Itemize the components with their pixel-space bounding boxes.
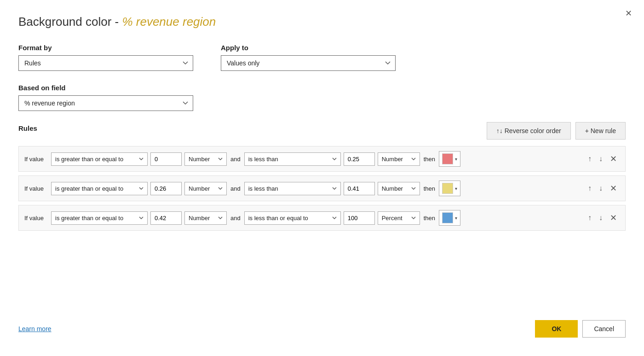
rule-actions-row1: ↑ ↓ ✕ xyxy=(585,153,620,165)
new-rule-button[interactable]: + New rule xyxy=(575,122,626,140)
color-swatch-row1 xyxy=(442,153,453,164)
color-swatch-row2 xyxy=(442,183,453,194)
if-value-label: If value xyxy=(24,156,48,163)
rules-container: If value is greater than or equal to is … xyxy=(18,146,626,306)
value2-input-row2[interactable] xyxy=(344,182,375,195)
delete-button-row3[interactable]: ✕ xyxy=(607,212,620,224)
type1-select-row1[interactable]: Number Percent Percentile xyxy=(184,152,227,166)
condition2-select-row2[interactable]: is less than is less than or equal to is… xyxy=(244,182,341,195)
format-by-select[interactable]: Rules Color scale Field value xyxy=(18,55,193,71)
based-on-field-group: Based on field % revenue region Sales Pr… xyxy=(18,84,626,111)
color-dropdown-arrow-row3: ▾ xyxy=(455,216,457,221)
format-by-label: Format by xyxy=(18,44,193,52)
then-label-row2: then xyxy=(423,185,436,192)
move-down-button-row2[interactable]: ↓ xyxy=(596,183,605,194)
value2-input-row3[interactable] xyxy=(344,211,375,225)
move-down-button-row3[interactable]: ↓ xyxy=(596,212,605,223)
condition2-select-row1[interactable]: is less than is less than or equal to is… xyxy=(244,152,341,166)
color-picker-row3[interactable]: ▾ xyxy=(439,210,460,226)
condition1-select-row1[interactable]: is greater than or equal to is greater t… xyxy=(51,152,148,166)
dialog-footer: Learn more OK Cancel xyxy=(18,306,626,338)
condition1-select-row3[interactable]: is greater than or equal to is greater t… xyxy=(51,211,148,225)
rules-section-label: Rules xyxy=(18,124,37,132)
type2-select-row3[interactable]: Percent Number Percentile xyxy=(378,211,420,225)
if-value-label: If value xyxy=(24,185,48,192)
footer-buttons: OK Cancel xyxy=(535,320,626,338)
condition2-select-row3[interactable]: is less than or equal to is less than is… xyxy=(244,211,341,225)
rules-actions: ↑↓ Reverse color order + New rule xyxy=(487,122,626,140)
then-label-row1: then xyxy=(423,156,436,163)
delete-button-row1[interactable]: ✕ xyxy=(607,153,620,165)
condition1-select-row2[interactable]: is greater than or equal to is greater t… xyxy=(51,182,148,195)
color-picker-row2[interactable]: ▾ xyxy=(439,181,460,196)
move-up-button-row2[interactable]: ↑ xyxy=(585,183,594,194)
and-label-row2: and xyxy=(230,185,242,192)
form-top-row: Format by Rules Color scale Field value … xyxy=(18,44,626,71)
move-up-button-row3[interactable]: ↑ xyxy=(585,212,594,223)
color-swatch-row3 xyxy=(442,212,453,223)
and-label-row1: and xyxy=(230,156,242,163)
value2-input-row1[interactable] xyxy=(344,152,375,166)
based-on-field-label: Based on field xyxy=(18,84,626,92)
if-value-label: If value xyxy=(24,215,48,222)
background-color-dialog: ✕ Background color - % revenue region Fo… xyxy=(0,0,644,356)
type2-select-row2[interactable]: Number Percent Percentile xyxy=(378,182,420,195)
learn-more-link[interactable]: Learn more xyxy=(18,325,52,333)
format-by-group: Format by Rules Color scale Field value xyxy=(18,44,193,71)
ok-button[interactable]: OK xyxy=(535,320,578,338)
value1-input-row3[interactable] xyxy=(150,211,182,225)
rule-row: If value is greater than or equal to is … xyxy=(18,146,626,172)
value1-input-row2[interactable] xyxy=(150,182,182,195)
type1-select-row3[interactable]: Number Percent Percentile xyxy=(184,211,227,225)
delete-button-row2[interactable]: ✕ xyxy=(607,182,620,194)
based-on-field-select[interactable]: % revenue region Sales Profit xyxy=(18,95,193,111)
dialog-title: Background color - % revenue region xyxy=(18,15,626,29)
value1-input-row1[interactable] xyxy=(150,152,182,166)
rule-actions-row3: ↑ ↓ ✕ xyxy=(585,212,620,224)
close-button[interactable]: ✕ xyxy=(622,7,635,19)
rule-row: If value is greater than or equal to is … xyxy=(18,205,626,231)
reverse-color-order-button[interactable]: ↑↓ Reverse color order xyxy=(487,122,571,140)
move-up-button-row1[interactable]: ↑ xyxy=(585,153,594,164)
color-dropdown-arrow-row1: ▾ xyxy=(455,157,457,162)
move-down-button-row1[interactable]: ↓ xyxy=(596,153,605,164)
rule-actions-row2: ↑ ↓ ✕ xyxy=(585,182,620,194)
apply-to-select[interactable]: Values only Header and values Total only xyxy=(221,55,396,71)
apply-to-group: Apply to Values only Header and values T… xyxy=(221,44,396,71)
color-dropdown-arrow-row2: ▾ xyxy=(455,186,457,191)
apply-to-label: Apply to xyxy=(221,44,396,52)
rule-row: If value is greater than or equal to is … xyxy=(18,175,626,201)
type1-select-row2[interactable]: Number Percent Percentile xyxy=(184,182,227,195)
and-label-row3: and xyxy=(230,215,242,222)
then-label-row3: then xyxy=(423,215,436,222)
type2-select-row1[interactable]: Number Percent Percentile xyxy=(378,152,420,166)
rules-header: Rules ↑↓ Reverse color order + New rule xyxy=(18,122,626,140)
color-picker-row1[interactable]: ▾ xyxy=(439,151,460,167)
cancel-button[interactable]: Cancel xyxy=(582,320,626,338)
